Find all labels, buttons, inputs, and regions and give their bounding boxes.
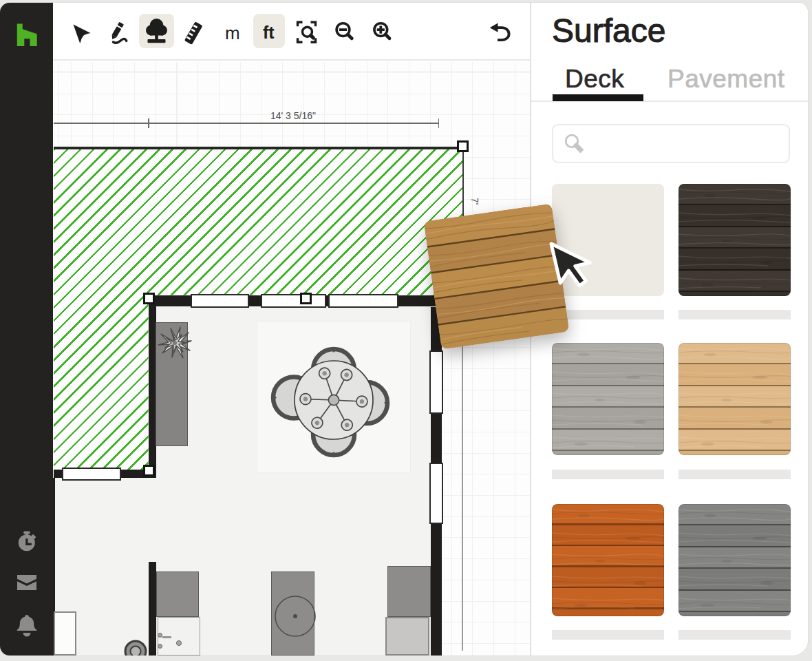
svg-text:m: m	[225, 23, 240, 43]
svg-text:ft: ft	[263, 23, 275, 42]
